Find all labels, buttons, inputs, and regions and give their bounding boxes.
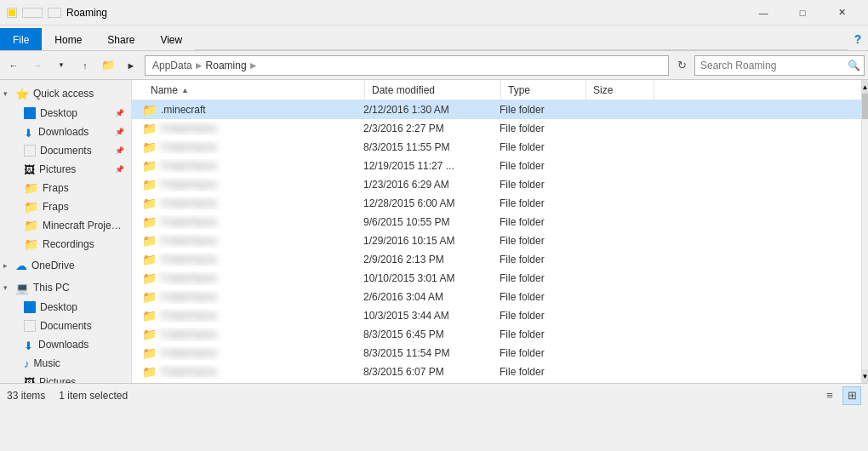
tab-home[interactable]: Home xyxy=(42,28,94,50)
tab-file[interactable]: File xyxy=(0,28,42,50)
table-row[interactable]: 📁FolderName9/6/2015 10:55 PMFile folder xyxy=(132,213,861,231)
table-row[interactable]: 📁FolderName8/3/2015 11:54 PMFile folder xyxy=(132,344,861,363)
tab-view[interactable]: View xyxy=(147,28,195,50)
file-date-cell: 2/6/2016 3:04 AM xyxy=(357,291,493,303)
main-scrollbar[interactable]: ▲ ▼ xyxy=(861,80,868,383)
file-date-cell: 8/3/2015 11:55 PM xyxy=(357,141,493,153)
sidebar-item-downloads-pc[interactable]: ⬇ Downloads xyxy=(0,335,131,354)
sidebar-header-this-pc[interactable]: ▾ 💻 This PC xyxy=(0,277,131,298)
table-row[interactable]: 📁FolderName2/9/2016 2:13 PMFile folder xyxy=(132,250,861,269)
table-row[interactable]: 📁FolderName2/3/2016 2:27 PMFile folder xyxy=(132,119,861,138)
folder-icon: 📁 xyxy=(99,56,117,75)
sidebar-item-desktop-pc[interactable]: Desktop xyxy=(0,298,131,317)
table-row[interactable]: 📁.minecraft2/12/2016 1:30 AMFile folder xyxy=(132,100,861,119)
sidebar-item-documents-quick[interactable]: Documents 📌 xyxy=(0,141,131,160)
expand-arrow-onedrive: ▸ xyxy=(3,261,12,270)
music-pc-label: Music xyxy=(34,357,125,369)
file-date-cell: 1/29/2016 10:15 AM xyxy=(357,235,493,247)
scroll-thumb[interactable] xyxy=(862,94,868,119)
table-row[interactable]: 📁FolderName8/3/2015 11:55 PMFile folder xyxy=(132,138,861,157)
pictures-icon-pc: 🖼 xyxy=(24,376,35,384)
file-folder-icon: 📁 xyxy=(142,103,157,117)
table-row[interactable]: 📁FolderName12/19/2015 11:27 ...File fold… xyxy=(132,157,861,175)
title-bar-controls: — □ ✕ xyxy=(744,0,861,26)
address-path[interactable]: AppData ► Roaming ► xyxy=(145,55,669,76)
sidebar-header-quick-access[interactable]: ▾ ⭐ Quick access xyxy=(0,83,131,104)
file-folder-icon: 📁 xyxy=(142,253,157,266)
sidebar-item-pictures-pc[interactable]: 🖼 Pictures xyxy=(0,373,131,383)
details-view-btn[interactable]: ≡ xyxy=(820,386,839,405)
sidebar-item-documents-pc[interactable]: Documents xyxy=(0,317,131,335)
sort-header-date[interactable]: Date modified xyxy=(365,80,501,100)
folder-yellow-icon-4: 📁 xyxy=(24,237,38,251)
file-folder-icon: 📁 xyxy=(142,271,157,285)
file-folder-icon: 📁 xyxy=(142,159,157,173)
forward-button[interactable]: → xyxy=(27,55,48,76)
sort-size-label: Size xyxy=(593,84,613,96)
table-row[interactable]: 📁FolderName8/3/2015 6:45 PMFile folder xyxy=(132,325,861,344)
refresh-button[interactable]: ↻ xyxy=(672,56,691,75)
minimize-button[interactable]: — xyxy=(744,0,783,26)
file-date-cell: 1/23/2016 6:29 AM xyxy=(357,179,493,191)
sidebar-item-desktop-quick[interactable]: Desktop 📌 xyxy=(0,104,131,123)
tab-share[interactable]: Share xyxy=(94,28,147,50)
ribbon-tabs: File Home Share View ? xyxy=(0,26,868,51)
file-folder-icon: 📁 xyxy=(142,346,157,360)
sidebar-item-pictures-quick[interactable]: 🖼 Pictures 📌 xyxy=(0,160,131,179)
file-date-cell: 10/3/2015 3:44 AM xyxy=(357,310,493,322)
scroll-down-btn[interactable]: ▼ xyxy=(862,369,868,383)
table-row[interactable]: 📁FolderName10/10/2015 3:01 AMFile folder xyxy=(132,269,861,288)
file-type-cell: File folder xyxy=(493,197,578,209)
sidebar-item-music-pc[interactable]: ♪ Music xyxy=(0,354,131,373)
table-row[interactable]: 📁FolderName1/23/2016 6:29 AMFile folder xyxy=(132,175,861,194)
file-name: FolderName xyxy=(161,272,217,284)
sidebar-item-minecraft[interactable]: 📁 Minecraft Projec... xyxy=(0,216,131,235)
sidebar-header-onedrive[interactable]: ▸ ☁ OneDrive xyxy=(0,255,131,276)
sidebar-item-fraps-2[interactable]: 📁 Fraps xyxy=(0,197,131,216)
search-icon: 🔍 xyxy=(848,60,860,71)
maximize-button[interactable]: □ xyxy=(783,0,822,26)
table-row[interactable]: 📁FolderName8/3/2015 6:07 PMFile folder xyxy=(132,363,861,381)
help-button[interactable]: ? xyxy=(848,28,868,50)
file-type-cell: File folder xyxy=(493,272,578,284)
fraps-1-label: Fraps xyxy=(43,182,124,194)
large-icons-view-btn[interactable]: ⊞ xyxy=(842,386,861,405)
back-button[interactable]: ← xyxy=(3,55,24,76)
file-name: FolderName xyxy=(161,179,217,191)
close-button[interactable]: ✕ xyxy=(822,0,861,26)
sidebar-item-fraps-1[interactable]: 📁 Fraps xyxy=(0,179,131,197)
scroll-track xyxy=(862,94,868,369)
recent-locations-button[interactable]: ▼ xyxy=(51,55,71,76)
table-row[interactable]: 📁FolderName8/8/2015 2:51 AMFile folder xyxy=(132,381,861,383)
sidebar-item-recordings[interactable]: 📁 Recordings xyxy=(0,235,131,254)
table-row[interactable]: 📁FolderName12/28/2015 6:00 AMFile folder xyxy=(132,194,861,213)
computer-icon: 💻 xyxy=(15,282,29,294)
file-name-cell: 📁FolderName xyxy=(135,234,357,248)
pin-icon: 📌 xyxy=(115,109,124,117)
scroll-up-btn[interactable]: ▲ xyxy=(862,80,868,94)
file-type-cell: File folder xyxy=(493,235,578,247)
status-right: ≡ ⊞ xyxy=(820,386,861,405)
sort-header-size[interactable]: Size xyxy=(586,80,654,100)
file-name: FolderName xyxy=(161,291,217,303)
file-folder-icon: 📁 xyxy=(142,215,157,229)
sidebar-section-this-pc: ▾ 💻 This PC Desktop Documents ⬇ Download… xyxy=(0,277,131,383)
expand-button[interactable]: ► xyxy=(121,55,141,76)
table-row[interactable]: 📁FolderName10/3/2015 3:44 AMFile folder xyxy=(132,306,861,325)
table-row[interactable]: 📁FolderName1/29/2016 10:15 AMFile folder xyxy=(132,231,861,250)
file-name: FolderName xyxy=(161,141,217,153)
this-pc-label: This PC xyxy=(33,282,128,294)
sort-header-name[interactable]: Name ▲ xyxy=(144,80,365,100)
pin-icon-documents: 📌 xyxy=(115,146,124,155)
file-date-cell: 9/6/2015 10:55 PM xyxy=(357,216,493,228)
sidebar-item-downloads-quick[interactable]: ⬇ Downloads 📌 xyxy=(0,123,131,141)
up-button[interactable]: ↑ xyxy=(75,55,95,76)
file-folder-icon: 📁 xyxy=(142,197,157,210)
table-row[interactable]: 📁FolderName2/6/2016 3:04 AMFile folder xyxy=(132,288,861,306)
sort-header-type[interactable]: Type xyxy=(501,80,586,100)
search-input[interactable] xyxy=(700,60,848,71)
file-name-cell: 📁FolderName xyxy=(135,140,357,154)
file-name: FolderName xyxy=(161,310,217,322)
path-appdata: AppData xyxy=(152,60,192,71)
item-count: 33 items xyxy=(7,390,45,402)
